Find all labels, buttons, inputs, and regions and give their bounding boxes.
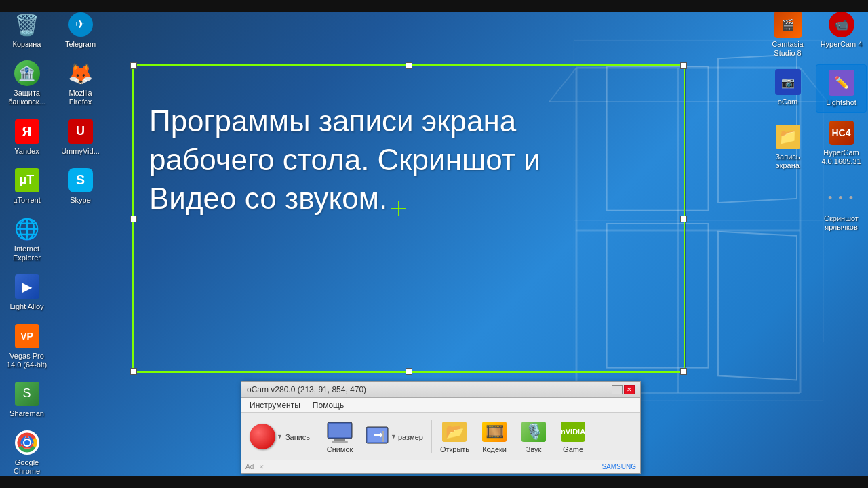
game-icon: nVIDIA (559, 419, 587, 445)
ocam-titlebar[interactable]: oCam v280.0 (213, 91, 854, 470) — ✕ (241, 382, 640, 398)
ad-close[interactable]: ✕ (259, 464, 264, 470)
ocam-snapshot-btn[interactable]: Снимок (321, 417, 358, 455)
light-alloy-label: Light Alloy (9, 302, 43, 311)
film-bar-bottom (0, 476, 868, 488)
camtasia-icon: 🎬 (774, 11, 802, 38)
desktop-icon-lightshot[interactable]: ✏️ Lightshot (816, 64, 867, 112)
desktop-icon-google-chrome[interactable]: Google Chrome (1, 425, 52, 480)
codecs-label: Кодеки (482, 445, 507, 453)
ocam-menu-help[interactable]: Помощь (307, 399, 349, 411)
film-bar-top (0, 0, 868, 12)
skrinshot-label: Скриншот ярлычков (818, 214, 864, 232)
svg-point-21 (24, 440, 30, 445)
desktop-icon-hypercam4-2[interactable]: HC4 HyperCam 4.0.1605.31 (816, 115, 867, 174)
size-dropdown-arrow: ▼ (391, 433, 397, 440)
yandex-icon: Я (14, 118, 41, 145)
svg-rect-11 (607, 224, 709, 368)
ocam-menubar: Инструменты Помощь (241, 398, 640, 413)
ummyvideo-label: UmmyVid... (61, 147, 100, 156)
svg-rect-25 (329, 424, 351, 437)
ie-label: Internet Explorer (4, 245, 50, 262)
shareman-icon: S (14, 380, 41, 407)
ocam-title: oCam v280.0 (213, 91, 854, 470) (247, 385, 366, 394)
hypercam4-icon: 📹 (828, 11, 855, 38)
desktop-icon-hypercam4[interactable]: 📹 HyperCam 4 (816, 7, 867, 62)
desktop-icon-ocam[interactable]: 📷 oCam (762, 64, 813, 112)
svg-rect-12 (718, 232, 797, 380)
telegram-label: Telegram (65, 40, 96, 49)
hypercam4-2-label: HyperCam 4.0.1605.31 (818, 148, 864, 166)
desktop-icon-light-alloy[interactable]: ▶ Light Alloy (1, 269, 52, 315)
camtasia-label: Camtasia Studio 8 (765, 40, 810, 58)
ocam-codecs-btn[interactable]: 🎞️ Кодеки (476, 417, 513, 455)
main-text-block: Программы записи экрана рабочего стола. … (149, 102, 556, 218)
skrinshot-icon: • • • (828, 185, 855, 212)
ocam-record-btn[interactable]: ▼ Запись (247, 422, 313, 451)
lightshot-icon: ✏️ (828, 69, 855, 96)
ocam-minimize-btn[interactable]: — (612, 385, 623, 394)
google-chrome-label: Google Chrome (4, 458, 50, 476)
game-label: Game (563, 445, 583, 453)
ocam-close-btn[interactable]: ✕ (624, 385, 635, 394)
firefox-label: Mozilla Firefox (58, 89, 103, 106)
desktop-icon-camtasia[interactable]: 🎬 Camtasia Studio 8 (762, 7, 813, 62)
desktop-icon-shareman[interactable]: S Shareman (1, 376, 52, 422)
hypercam4-label: HyperCam 4 (821, 40, 863, 49)
desktop-icon-skype[interactable]: S Skype (55, 163, 106, 209)
open-icon: 📂 (440, 419, 469, 445)
desktop-icon-vegas-pro[interactable]: VP Vegas Pro 14.0 (64-bit) (1, 319, 52, 373)
desktop-icons-right: 🎬 Camtasia Studio 8 📹 HyperCam 4 📷 oCam … (719, 0, 868, 243)
handle-bottom-left (130, 368, 137, 375)
desktop-icons-left: 🗑️ Корзина 🏦 Защита банковск... Я Yandex… (0, 0, 105, 488)
handle-bottom-right (680, 368, 687, 375)
desktop-icon-utorrent[interactable]: µT µTorrent (1, 163, 52, 209)
desktop-icon-skrinshot[interactable]: • • • Скриншот ярлычков (816, 181, 867, 236)
handle-middle-right (680, 216, 687, 222)
desktop-icon-telegram[interactable]: ✈ Telegram (55, 7, 106, 53)
ocam-menu-tools[interactable]: Инструменты (244, 399, 306, 411)
vegas-pro-icon: VP (14, 323, 41, 350)
firefox-icon: 🦊 (67, 60, 94, 87)
open-label: Открыть (440, 445, 469, 453)
svg-rect-32 (382, 431, 384, 442)
hypercam4-2-icon: HC4 (828, 119, 855, 146)
desktop-icon-ummyvideo[interactable]: U UmmyVid... (55, 114, 106, 160)
skype-label: Skype (70, 196, 91, 205)
codecs-icon: 🎞️ (480, 419, 509, 445)
recycle-bin-label: Корзина (13, 40, 41, 49)
toolbar-divider-2 (431, 420, 432, 453)
svg-rect-27 (332, 441, 348, 443)
ocam-game-btn[interactable]: nVIDIA Game (555, 417, 591, 455)
handle-top-right (680, 62, 687, 69)
handle-bottom-middle (406, 368, 412, 375)
desktop-icon-recycle-bin[interactable]: 🗑️ Корзина (1, 7, 52, 53)
bank-protection-icon: 🏦 (14, 60, 41, 87)
desktop-icon-zapis-ekrana[interactable]: 📁 Запись экрана (762, 119, 813, 174)
ocam-sound-btn[interactable]: 🎙️ Звук (515, 417, 552, 455)
ad-samsung: SAMSUNG (601, 463, 636, 470)
ocam-window: oCam v280.0 (213, 91, 854, 470) — ✕ Инст… (241, 381, 641, 474)
desktop-icon-yandex[interactable]: Я Yandex (1, 114, 52, 160)
record-dropdown-arrow: ▼ (277, 433, 283, 440)
utorrent-icon: µT (14, 167, 41, 194)
snapshot-label: Снимок (327, 445, 353, 453)
ocam-ad-bar: Ad ✕ SAMSUNG (241, 460, 640, 473)
desktop: 🗑️ Корзина 🏦 Защита банковск... Я Yandex… (0, 0, 868, 488)
desktop-icon-ie[interactable]: 🌐 Internet Explorer (1, 211, 52, 266)
ocam-size-btn[interactable]: ▼ размер (361, 424, 427, 449)
desktop-icon-firefox[interactable]: 🦊 Mozilla Firefox (55, 56, 106, 110)
svg-line-6 (549, 68, 576, 102)
handle-middle-left (130, 216, 137, 222)
skype-icon: S (67, 167, 94, 194)
sound-label: Звук (526, 445, 542, 453)
ocam-open-btn[interactable]: 📂 Открыть (436, 417, 473, 455)
yandex-label: Yandex (14, 147, 39, 156)
desktop-icon-bank-protection[interactable]: 🏦 Защита банковск... (1, 56, 52, 110)
shareman-label: Shareman (9, 409, 44, 418)
telegram-icon: ✈ (67, 11, 94, 38)
svg-rect-9 (607, 66, 709, 211)
ocam-window-controls: — ✕ (612, 385, 635, 394)
light-alloy-icon: ▶ (14, 273, 41, 300)
snapshot-icon (326, 419, 354, 445)
ie-icon: 🌐 (14, 216, 41, 243)
